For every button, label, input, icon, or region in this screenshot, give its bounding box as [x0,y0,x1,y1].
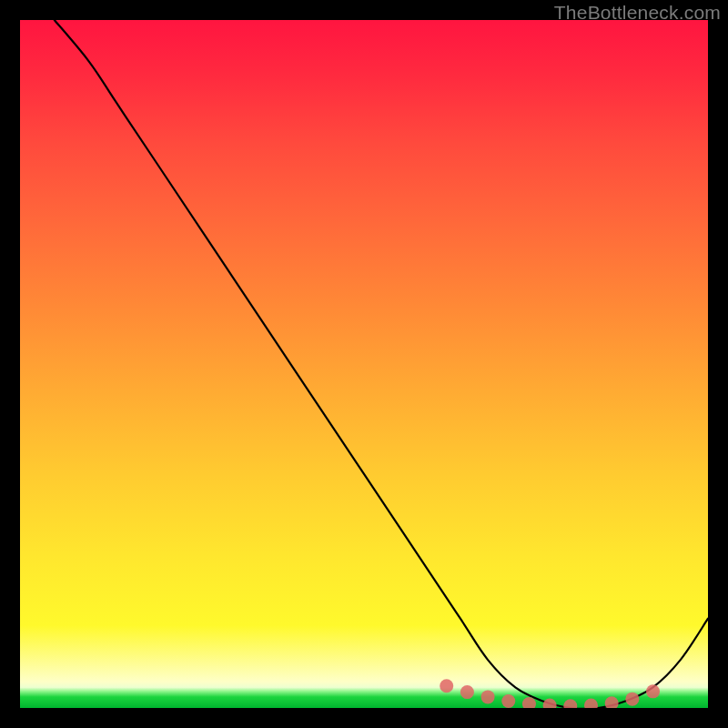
threshold-dot [501,694,515,708]
threshold-dot [543,698,557,708]
threshold-dot [646,684,660,698]
threshold-dot [440,679,453,693]
chart-svg [20,20,708,708]
chart-stage: TheBottleneck.com [0,0,728,728]
threshold-dot [481,690,495,703]
plot-area [20,20,708,708]
threshold-dot [625,693,639,706]
threshold-dot [460,685,474,699]
threshold-dots [440,679,660,708]
threshold-dot [563,699,577,708]
curve-line [55,20,708,708]
threshold-dot [584,698,598,708]
threshold-dot [522,697,536,708]
threshold-dot [605,696,619,708]
attribution-text: TheBottleneck.com [554,2,721,24]
